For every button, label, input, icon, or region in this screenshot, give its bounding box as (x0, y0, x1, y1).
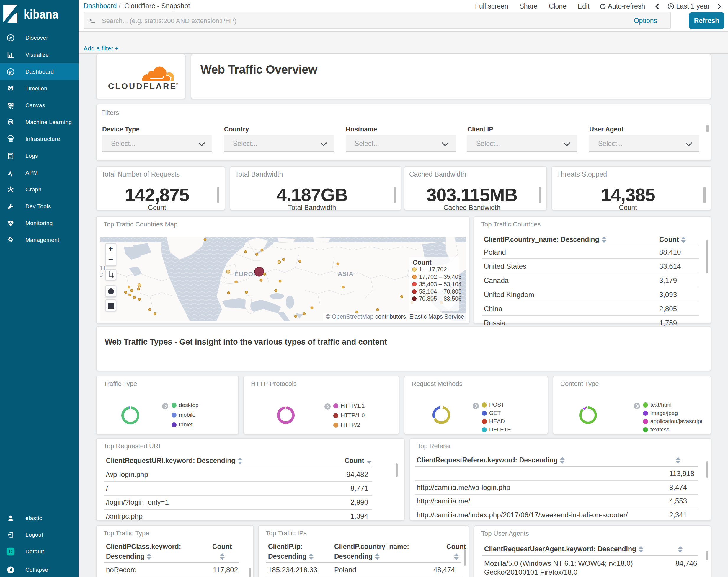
svg-text:CLOUDFLARE: CLOUDFLARE (108, 81, 177, 91)
svg-text:®: ® (176, 82, 179, 85)
svg-text:D: D (9, 549, 12, 554)
